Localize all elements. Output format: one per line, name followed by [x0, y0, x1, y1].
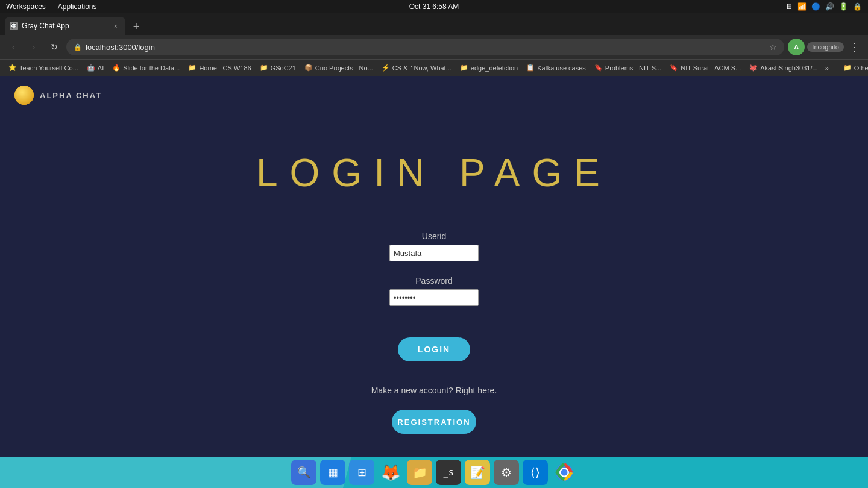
lock-icon: 🔒: [74, 43, 82, 51]
bookmark-star-icon[interactable]: ☆: [769, 42, 777, 52]
app-header: ALPHA CHAT: [0, 76, 116, 114]
tab-bar: 💬 Gray Chat App × +: [0, 13, 868, 35]
taskbar-icons: 🔍 ▦ ⊞ 🦊 📁 _$ 📝 ⚙ ⟨⟩: [291, 460, 577, 485]
password-group: Password: [389, 276, 479, 306]
register-prompt: Make a new account? Right here.: [371, 386, 497, 395]
os-topbar-right: 🖥 📶 🔵 🔊 🔋 🔒: [785, 2, 862, 11]
os-topbar: Workspaces Applications Oct 31 6:58 AM 🖥…: [0, 0, 868, 13]
wifi-icon: 📶: [797, 2, 807, 11]
bluetooth-icon: 🔵: [811, 2, 820, 11]
nav-right-controls: A Incognito ⋮: [788, 39, 863, 55]
bookmark-ai[interactable]: 🤖AI: [83, 63, 107, 73]
bookmark-edge[interactable]: 📁edge_detetction: [456, 63, 521, 73]
bookmark-home-cs[interactable]: 📁Home - CS W186: [184, 63, 254, 73]
tab-close-button[interactable]: ×: [111, 21, 121, 31]
bookmark-other[interactable]: 📁Other bookmarks: [840, 63, 868, 73]
battery-icon: 🔋: [839, 2, 848, 11]
bookmark-teach[interactable]: ⭐Teach Yourself Co...: [5, 63, 82, 73]
taskbar-notes-icon[interactable]: 📝: [465, 460, 490, 485]
browser-chrome: 💬 Gray Chat App × + ‹ › ↻ 🔒 localhost:30…: [0, 13, 868, 76]
userid-label: Userid: [422, 231, 446, 241]
app-name: ALPHA CHAT: [40, 91, 102, 100]
lock-icon: 🔒: [853, 2, 862, 11]
taskbar-chrome-icon[interactable]: [552, 460, 577, 485]
back-button[interactable]: ‹: [5, 39, 22, 55]
profile-avatar[interactable]: A: [788, 39, 805, 55]
userid-input[interactable]: [389, 245, 479, 261]
bookmark-kafka[interactable]: 📋Kafka use cases: [523, 63, 590, 73]
taskbar-search-icon[interactable]: 🔍: [291, 460, 316, 485]
tab-title: Gray Chat App: [22, 22, 107, 30]
taskbar-firefox-icon[interactable]: 🦊: [378, 460, 403, 485]
os-datetime: Oct 31 6:58 AM: [409, 2, 459, 11]
taskbar-terminal-icon[interactable]: _$: [436, 460, 461, 485]
password-input[interactable]: [389, 289, 479, 306]
taskbar-folder-icon[interactable]: 📁: [407, 460, 432, 485]
bookmark-cs-now[interactable]: ⚡CS & " Now, What...: [378, 63, 455, 73]
incognito-badge: Incognito: [807, 42, 844, 52]
forward-button[interactable]: ›: [25, 39, 42, 55]
bookmark-crio[interactable]: 📦Crio Projects - No...: [301, 63, 377, 73]
taskbar-grid-icon[interactable]: ⊞: [349, 460, 374, 485]
page-content: ALPHA CHAT LOGIN PAGE Userid Password LO…: [0, 76, 868, 457]
bookmarks-bar: ⭐Teach Yourself Co... 🤖AI 🔥Slide for the…: [0, 59, 868, 76]
login-button[interactable]: LOGIN: [398, 337, 470, 361]
applications-btn[interactable]: Applications: [58, 2, 97, 11]
bookmarks-more-button[interactable]: »: [823, 63, 831, 73]
form-area: LOGIN PAGE Userid Password LOGIN Make a …: [0, 114, 868, 434]
taskbar-tiles-icon[interactable]: ▦: [320, 460, 345, 485]
password-label: Password: [415, 276, 452, 286]
tab-favicon: 💬: [10, 22, 18, 30]
bookmark-nit-acm[interactable]: 🔖NIT Surat - ACM S...: [666, 63, 744, 73]
new-tab-button[interactable]: +: [128, 18, 145, 35]
userid-group: Userid: [389, 231, 479, 261]
os-topbar-center: Oct 31 6:58 AM: [409, 2, 459, 11]
volume-icon: 🔊: [825, 2, 834, 11]
monitor-icon: 🖥: [785, 2, 793, 11]
bookmark-problems[interactable]: 🔖Problems - NIT S...: [591, 63, 665, 73]
address-bar[interactable]: 🔒 localhost:3000/login ☆: [66, 39, 784, 55]
browser-menu-button[interactable]: ⋮: [846, 39, 863, 55]
reload-button[interactable]: ↻: [46, 39, 63, 55]
taskbar: 🔍 ▦ ⊞ 🦊 📁 _$ 📝 ⚙ ⟨⟩: [0, 457, 868, 488]
page-title: LOGIN PAGE: [256, 151, 612, 195]
url-display: localhost:3000/login: [86, 43, 766, 52]
registration-button[interactable]: REGISTRATION: [392, 410, 476, 434]
bookmark-gsoc[interactable]: 📁GSoC21: [256, 63, 300, 73]
bookmark-slide[interactable]: 🔥Slide for the Data...: [108, 63, 183, 73]
bookmark-akash[interactable]: 🐙AkashSingh3031/...: [746, 63, 821, 73]
svg-point-2: [561, 469, 568, 476]
taskbar-vscode-icon[interactable]: ⟨⟩: [523, 460, 548, 485]
workspaces-btn[interactable]: Workspaces: [6, 2, 46, 11]
nav-bar: ‹ › ↻ 🔒 localhost:3000/login ☆ A Incogni…: [0, 35, 868, 59]
taskbar-settings-icon[interactable]: ⚙: [494, 460, 519, 485]
os-topbar-left: Workspaces Applications: [6, 2, 97, 11]
app-logo: [14, 86, 34, 105]
active-tab[interactable]: 💬 Gray Chat App ×: [5, 17, 125, 35]
